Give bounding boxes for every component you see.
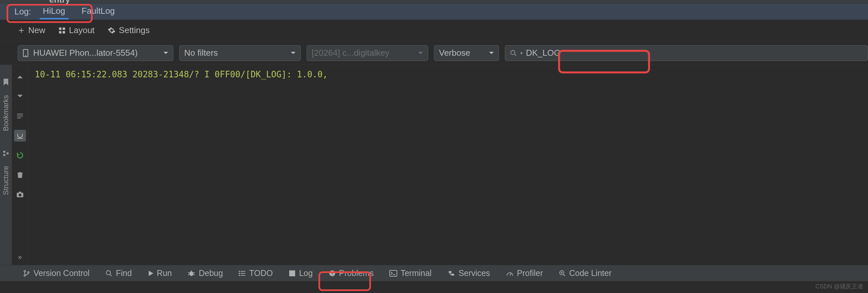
- find-tool[interactable]: Find: [105, 268, 132, 278]
- find-label: Find: [116, 268, 132, 278]
- svg-rect-40: [332, 271, 333, 274]
- svg-point-18: [19, 194, 21, 196]
- device-dropdown[interactable]: HUAWEI Phon...lator-5554): [18, 45, 173, 61]
- scroll-down-button[interactable]: [14, 90, 26, 102]
- svg-rect-37: [289, 271, 295, 276]
- problems-label: Problems: [339, 268, 374, 278]
- log-tabs-bar: Log: HiLog FaultLog: [0, 3, 868, 20]
- search-box[interactable]: ▾: [505, 45, 868, 61]
- chevron-down-icon: [418, 51, 423, 55]
- vcs-label: Version Control: [33, 268, 90, 278]
- svg-rect-2: [59, 27, 61, 30]
- more-button[interactable]: »: [18, 253, 22, 261]
- svg-rect-42: [390, 270, 397, 276]
- layout-label: Layout: [69, 25, 95, 35]
- bug-icon: [187, 270, 195, 277]
- services-label: Services: [459, 268, 490, 278]
- sidebar-bookmarks[interactable]: Bookmarks: [2, 95, 10, 131]
- svg-point-34: [239, 271, 240, 272]
- services-tool[interactable]: Services: [447, 268, 490, 278]
- lint-tool[interactable]: Code Linter: [559, 268, 612, 278]
- tab-hilog[interactable]: HiLog: [37, 3, 71, 20]
- branch-icon: [23, 270, 30, 277]
- search-icon: [105, 270, 113, 277]
- terminal-tool[interactable]: Terminal: [389, 268, 431, 278]
- play-icon: [148, 270, 154, 277]
- services-icon: [447, 270, 455, 277]
- profiler-icon: [506, 270, 514, 277]
- svg-rect-12: [6, 152, 8, 154]
- log-toolbar: New Layout Settings: [0, 20, 868, 41]
- run-tool[interactable]: Run: [148, 268, 172, 278]
- settings-button[interactable]: Settings: [108, 25, 150, 35]
- filter-mode-value: No filters: [184, 48, 218, 58]
- log-label: Log:: [13, 4, 32, 19]
- lint-label: Code Linter: [569, 268, 612, 278]
- svg-rect-19: [19, 192, 21, 193]
- settings-label: Settings: [119, 25, 150, 35]
- structure-icon[interactable]: [3, 150, 9, 157]
- chevron-down-icon: [163, 51, 168, 55]
- debug-tool[interactable]: Debug: [187, 268, 223, 278]
- log-output[interactable]: 10-11 06:15:22.083 20283-21348/? I 0FF00…: [28, 65, 868, 265]
- level-value: Verbose: [439, 48, 470, 58]
- problems-tool[interactable]: Problems: [329, 268, 374, 278]
- chevron-down-icon: ▾: [520, 50, 523, 56]
- search-icon: [510, 49, 517, 57]
- svg-point-8: [511, 50, 515, 54]
- bottom-tool-bar: Version Control Find Run Debug TODO Log …: [0, 265, 868, 281]
- svg-line-44: [510, 273, 512, 276]
- new-button[interactable]: New: [18, 25, 45, 35]
- svg-line-28: [188, 274, 189, 275]
- device-value: HUAWEI Phon...lator-5554): [33, 48, 137, 58]
- filter-mode-dropdown[interactable]: No filters: [179, 45, 301, 61]
- layout-button[interactable]: Layout: [58, 25, 95, 35]
- process-dropdown[interactable]: [20264] c...digitalkey: [307, 45, 428, 61]
- bookmark-icon[interactable]: [3, 78, 9, 86]
- watermark: CSDN @骚尻王者: [815, 283, 863, 290]
- svg-point-35: [239, 273, 240, 274]
- svg-line-24: [110, 274, 112, 276]
- scroll-to-end-button[interactable]: [14, 130, 26, 142]
- left-sidebar: Bookmarks Structure: [0, 65, 12, 265]
- log-label: Log: [299, 268, 313, 278]
- new-label: New: [28, 25, 45, 35]
- list-icon: [239, 270, 246, 277]
- svg-line-29: [193, 274, 195, 275]
- svg-line-27: [193, 272, 195, 273]
- gear-icon: [108, 27, 116, 34]
- log-gutter: »: [12, 65, 28, 265]
- todo-label: TODO: [249, 268, 273, 278]
- chevron-down-icon: [489, 51, 494, 55]
- delete-button[interactable]: [14, 169, 26, 181]
- profiler-label: Profiler: [517, 268, 543, 278]
- svg-rect-3: [63, 27, 65, 30]
- process-value: [20264] c...digitalkey: [312, 48, 389, 58]
- svg-line-9: [515, 54, 517, 56]
- svg-rect-11: [3, 154, 5, 156]
- lint-icon: [559, 270, 566, 277]
- soft-wrap-button[interactable]: [14, 110, 26, 122]
- svg-point-21: [24, 274, 26, 276]
- chevron-down-icon: [290, 51, 296, 55]
- debug-label: Debug: [198, 268, 223, 278]
- todo-tool[interactable]: TODO: [239, 268, 273, 278]
- level-dropdown[interactable]: Verbose: [434, 45, 499, 61]
- log-tool[interactable]: Log: [288, 268, 313, 278]
- tab-faultlog[interactable]: FaultLog: [76, 3, 121, 20]
- restart-button[interactable]: [14, 149, 26, 161]
- vcs-tool[interactable]: Version Control: [23, 268, 90, 278]
- terminal-icon: [389, 270, 397, 277]
- svg-rect-10: [3, 151, 5, 153]
- scroll-up-button[interactable]: [14, 71, 26, 83]
- layout-icon: [58, 27, 66, 34]
- sidebar-structure[interactable]: Structure: [2, 166, 10, 195]
- search-input[interactable]: [526, 48, 863, 58]
- profiler-tool[interactable]: Profiler: [506, 268, 543, 278]
- plus-icon: [18, 27, 25, 34]
- svg-point-22: [28, 271, 29, 273]
- log-icon: [288, 270, 296, 277]
- screenshot-button[interactable]: [14, 189, 26, 200]
- warning-icon: [329, 270, 336, 277]
- svg-rect-41: [332, 274, 333, 275]
